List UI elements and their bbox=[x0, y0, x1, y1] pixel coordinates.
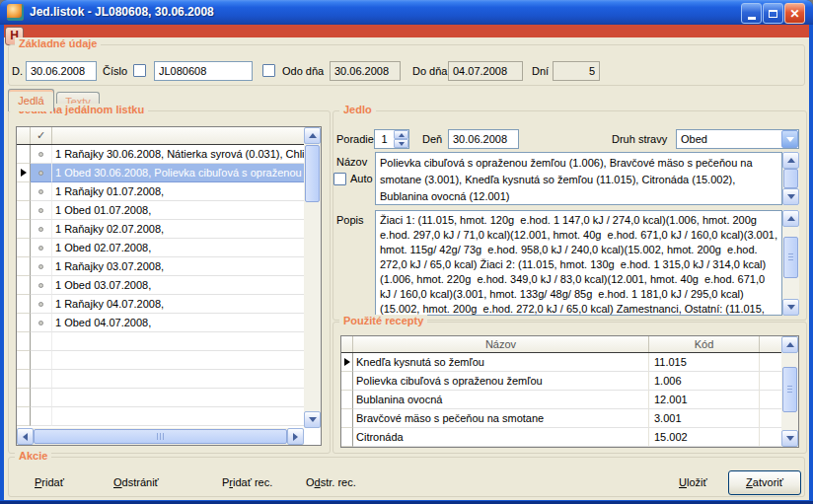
poradie-value: 1 bbox=[375, 130, 394, 148]
list-item[interactable]: 1 Obed 02.07.2008, bbox=[17, 239, 304, 257]
table-row[interactable]: Polievka cibuľová s opraženou žemľou1.00… bbox=[341, 372, 781, 391]
row-text: 1 Obed 03.07.2008, bbox=[52, 276, 304, 295]
cell-kod: 1.006 bbox=[649, 372, 760, 391]
recipes-scrollbar[interactable] bbox=[781, 336, 798, 447]
row-text: 1 Raňajky 04.07.2008, bbox=[52, 295, 304, 314]
bullet-icon bbox=[38, 152, 43, 157]
list-item[interactable]: 1 Obed 30.06.2008, Polievka cibuľová s o… bbox=[17, 164, 304, 182]
pridat-button[interactable]: Pridať bbox=[35, 474, 64, 490]
cell-kod: 3.001 bbox=[649, 409, 760, 428]
row-bullet bbox=[31, 314, 52, 332]
list-item[interactable]: 1 Obed 03.07.2008, bbox=[17, 276, 304, 295]
meals-horizontal-scrollbar[interactable] bbox=[17, 428, 304, 445]
row-text: 1 Obed 01.07.2008, bbox=[52, 201, 304, 220]
row-indicator bbox=[341, 353, 353, 372]
row-text bbox=[52, 407, 304, 426]
scroll-down-button[interactable] bbox=[781, 430, 798, 447]
scroll-track[interactable] bbox=[304, 144, 321, 411]
bullet-icon bbox=[38, 321, 43, 325]
scroll-thumb[interactable] bbox=[783, 169, 798, 188]
zatvorit-button[interactable]: Zatvoriť bbox=[728, 470, 801, 495]
table-row[interactable]: Bravčové mäso s pečeňou na smotane3.001 bbox=[341, 409, 781, 428]
do-dna-input bbox=[448, 61, 523, 81]
ulozit-button[interactable]: Uložiť bbox=[679, 474, 707, 490]
row-indicator bbox=[17, 145, 31, 164]
auto-checkbox[interactable] bbox=[333, 173, 346, 185]
cell-nazov: Knedľa kysnutá so žemľou bbox=[353, 353, 649, 372]
table-row[interactable]: Bublanina ovocná12.001 bbox=[341, 391, 781, 409]
close-button[interactable]: ✕ bbox=[784, 3, 805, 24]
nazov-scrollbar[interactable] bbox=[782, 152, 799, 205]
scroll-thumb[interactable] bbox=[305, 145, 320, 202]
cislo-checkbox[interactable] bbox=[133, 64, 146, 77]
odstr-rec-button[interactable]: Odstr. rec. bbox=[306, 474, 356, 490]
row-indicator bbox=[17, 370, 31, 389]
nazov-textarea[interactable]: Polievka cibuľová s opraženou žemľou (1.… bbox=[375, 152, 782, 205]
cell-nazov: Citronáda bbox=[353, 428, 649, 447]
row-text bbox=[52, 370, 304, 389]
list-item[interactable]: 1 Raňajky 02.07.2008, bbox=[17, 220, 304, 239]
bullet-icon bbox=[38, 302, 43, 307]
row-text: 1 Obed 30.06.2008, Polievka cibuľová s o… bbox=[52, 164, 304, 182]
odstranit-button[interactable]: Odstrániť bbox=[113, 474, 159, 490]
minimize-icon bbox=[748, 17, 756, 20]
scroll-down-button[interactable] bbox=[782, 299, 799, 316]
title-bar: Jed.listok - JL080608, 30.06.2008 ✕ bbox=[0, 0, 813, 25]
list-item[interactable]: 1 Raňajky 01.07.2008, bbox=[17, 182, 304, 201]
scroll-up-button[interactable] bbox=[781, 336, 798, 353]
poradie-spinner[interactable]: 1 bbox=[374, 129, 409, 149]
druh-stravy-combobox[interactable]: Obed bbox=[676, 129, 799, 149]
chevron-up-icon bbox=[786, 342, 794, 347]
maximize-button[interactable] bbox=[763, 3, 783, 24]
scroll-right-button[interactable] bbox=[287, 428, 304, 445]
odo-dna-checkbox[interactable] bbox=[262, 64, 275, 77]
scroll-up-button[interactable] bbox=[304, 127, 321, 144]
scroll-track[interactable] bbox=[782, 227, 799, 299]
header-indicator-cell bbox=[341, 336, 353, 352]
scroll-thumb[interactable] bbox=[783, 237, 798, 278]
column-header-kod: Kód bbox=[649, 336, 760, 352]
spin-up-button[interactable] bbox=[394, 130, 408, 139]
list-item[interactable]: 1 Raňajky 04.07.2008, bbox=[17, 295, 304, 314]
row-indicator bbox=[17, 164, 31, 182]
row-indicator bbox=[17, 220, 31, 239]
meals-vertical-scrollbar[interactable] bbox=[304, 127, 321, 428]
minimize-button[interactable] bbox=[741, 3, 762, 24]
table-row[interactable]: Knedľa kysnutá so žemľou11.015 bbox=[341, 353, 781, 372]
cislo-input[interactable] bbox=[154, 61, 253, 81]
scroll-thumb[interactable] bbox=[782, 367, 797, 412]
popis-textarea[interactable]: Žiaci 1: (11.015, hmot. 120g e.hod. 1 14… bbox=[375, 210, 782, 316]
row-indicator bbox=[17, 295, 31, 314]
scroll-track[interactable] bbox=[781, 353, 798, 430]
scroll-track[interactable] bbox=[34, 428, 287, 445]
scroll-down-button[interactable] bbox=[304, 411, 321, 428]
table-row[interactable]: Citronáda15.002 bbox=[341, 428, 781, 447]
d-date-input[interactable] bbox=[26, 61, 97, 81]
popis-scrollbar[interactable] bbox=[782, 210, 799, 316]
meals-grid: ✓ 1 Raňajky 30.06.2008, Nátierka syrová … bbox=[16, 126, 322, 446]
cell-kod: 11.015 bbox=[649, 353, 760, 372]
scroll-down-button[interactable] bbox=[782, 188, 799, 205]
combo-dropdown-button[interactable] bbox=[781, 130, 798, 148]
empty-row bbox=[17, 389, 304, 407]
pridat-rec-button[interactable]: Pridať rec. bbox=[222, 474, 272, 490]
list-item[interactable]: 1 Obed 01.07.2008, bbox=[17, 201, 304, 220]
popis-label: Popis bbox=[336, 214, 364, 226]
empty-row bbox=[17, 332, 304, 351]
scroll-up-button[interactable] bbox=[782, 210, 799, 227]
tab-jedla[interactable]: Jedlá bbox=[8, 89, 54, 111]
scroll-track[interactable] bbox=[782, 169, 799, 188]
row-text bbox=[52, 389, 304, 407]
druh-stravy-label: Druh stravy bbox=[612, 133, 667, 145]
thumb-grip bbox=[788, 253, 793, 261]
scroll-left-button[interactable] bbox=[17, 428, 34, 445]
scroll-up-button[interactable] bbox=[782, 152, 799, 169]
spin-down-button[interactable] bbox=[394, 139, 408, 148]
scroll-thumb[interactable] bbox=[34, 429, 287, 444]
list-item[interactable]: 1 Obed 04.07.2008, bbox=[17, 314, 304, 332]
row-indicator bbox=[17, 182, 31, 201]
cell-nazov: Polievka cibuľová s opraženou žemľou bbox=[353, 372, 649, 391]
den-input[interactable] bbox=[448, 129, 519, 149]
list-item[interactable]: 1 Raňajky 30.06.2008, Nátierka syrová (0… bbox=[17, 145, 304, 164]
list-item[interactable]: 1 Raňajky 03.07.2008, bbox=[17, 257, 304, 276]
